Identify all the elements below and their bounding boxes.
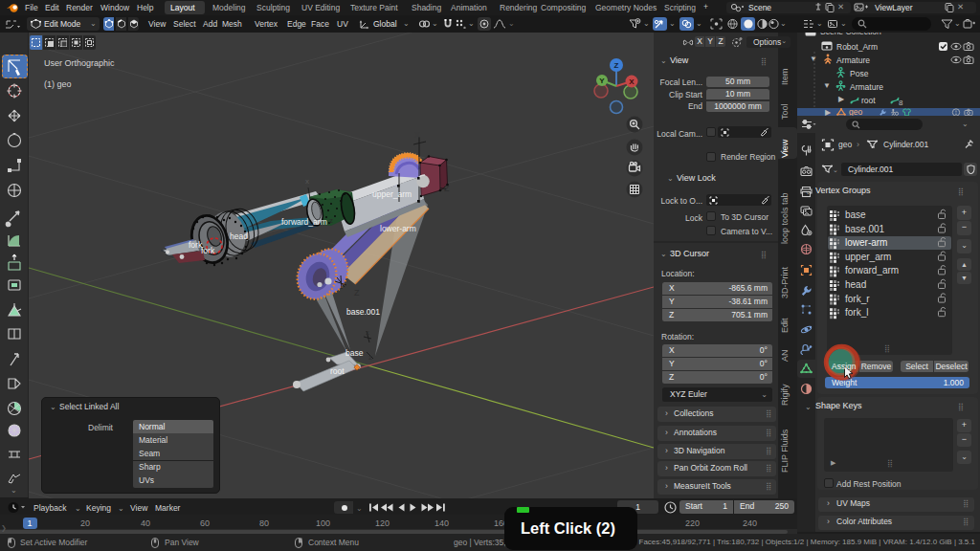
svg-text:Y: Y [599, 77, 605, 85]
svg-text:fork_r: fork_r [845, 294, 870, 304]
svg-text:upper_arm: upper_arm [845, 252, 891, 262]
svg-text:base: base [345, 348, 364, 358]
svg-text:root: root [330, 366, 345, 376]
svg-text:head: head [230, 231, 248, 241]
svg-text:lower-arm: lower-arm [845, 237, 887, 248]
svg-text:fork: fork [201, 246, 215, 255]
svg-text:forward_arm: forward_arm [845, 265, 899, 276]
svg-text:upper_arm: upper_arm [372, 189, 412, 199]
svg-text:z: z [368, 353, 372, 362]
svg-text:Z: Z [354, 288, 360, 298]
svg-text:Z: Z [444, 184, 450, 193]
svg-text:base.001: base.001 [845, 224, 885, 234]
svg-text:lower-arm: lower-arm [380, 224, 416, 233]
svg-text:X: X [414, 130, 420, 140]
svg-text:X: X [629, 77, 635, 86]
svg-text:head: head [845, 279, 866, 290]
svg-text:x: x [305, 177, 309, 186]
svg-text:Z: Z [614, 61, 619, 70]
svg-text:fork_l: fork_l [845, 307, 868, 318]
svg-text:x: x [366, 328, 369, 337]
svg-text:z: z [329, 216, 333, 225]
svg-text:base: base [845, 209, 866, 220]
svg-text:base.001: base.001 [346, 307, 380, 317]
svg-text:forward_arm: forward_arm [281, 217, 327, 227]
